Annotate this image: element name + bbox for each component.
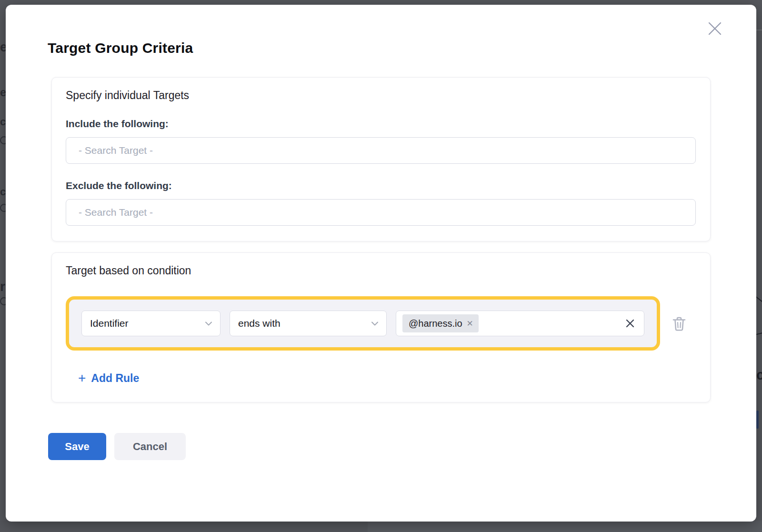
- background-text-fragment: e: [0, 86, 6, 99]
- value-chip: @harness.io ✕: [402, 314, 479, 332]
- background-ring-fragment: [0, 204, 6, 212]
- exclude-target-input[interactable]: [66, 199, 696, 226]
- save-button[interactable]: Save: [48, 433, 106, 460]
- delete-rule-button[interactable]: [672, 316, 686, 331]
- individual-targets-section: Specify individual Targets Include the f…: [51, 77, 711, 241]
- add-rule-button[interactable]: + Add Rule: [78, 371, 139, 385]
- include-target-input[interactable]: [66, 137, 696, 164]
- background-ring-fragment: [0, 136, 6, 144]
- background-diagram-line: [756, 295, 762, 304]
- background-left-strip: ereclclr: [0, 0, 6, 532]
- background-line: [756, 30, 762, 30]
- section-heading-condition: Target based on condition: [66, 264, 696, 277]
- section-heading-individual: Specify individual Targets: [66, 89, 696, 102]
- background-text-fragment: r: [0, 279, 5, 294]
- operator-select[interactable]: ends with: [230, 311, 387, 336]
- operator-select-value: ends with: [238, 318, 281, 329]
- cancel-button[interactable]: Cancel: [114, 433, 186, 460]
- page-background: ereclclr c Target Group Criteria Specify…: [0, 0, 762, 532]
- target-group-criteria-modal: Target Group Criteria Specify individual…: [6, 5, 756, 522]
- clear-values-icon[interactable]: [625, 318, 635, 329]
- modal-footer: Save Cancel: [48, 433, 756, 460]
- background-ring-fragment: [0, 297, 6, 305]
- plus-icon: +: [78, 371, 86, 385]
- clear-x-glyph: [625, 318, 635, 329]
- background-text-fragment: er: [0, 40, 6, 55]
- exclude-label: Exclude the following:: [66, 180, 696, 191]
- value-chip-label: @harness.io: [409, 318, 462, 329]
- background-right-strip: c: [756, 0, 762, 532]
- background-blue-element: [756, 411, 759, 429]
- remove-value-icon[interactable]: ✕: [467, 320, 473, 328]
- trash-icon: [672, 316, 686, 331]
- chevron-down-icon: [371, 321, 378, 326]
- include-label: Include the following:: [66, 118, 696, 130]
- rule-line: Identifier ends with @harness.io: [66, 296, 696, 351]
- close-icon[interactable]: [706, 20, 724, 38]
- condition-rule-row: Identifier ends with @harness.io: [66, 296, 660, 351]
- background-diagram-line: [756, 331, 762, 336]
- background-text-fragment: cl: [0, 116, 6, 128]
- chevron-down-icon: [205, 321, 212, 326]
- background-bottom-strip: [0, 521, 762, 532]
- background-bottom-divider: [0, 521, 368, 532]
- close-x-glyph: [707, 20, 723, 37]
- attribute-select-value: Identifier: [90, 318, 129, 329]
- condition-section: Target based on condition Identifier end…: [51, 252, 711, 402]
- attribute-select[interactable]: Identifier: [81, 311, 221, 336]
- background-text-fragment: cl: [0, 186, 6, 198]
- add-rule-label: Add Rule: [91, 372, 139, 385]
- values-input[interactable]: @harness.io ✕: [396, 311, 644, 336]
- background-text-fragment: c: [756, 367, 762, 383]
- modal-title: Target Group Criteria: [48, 40, 756, 56]
